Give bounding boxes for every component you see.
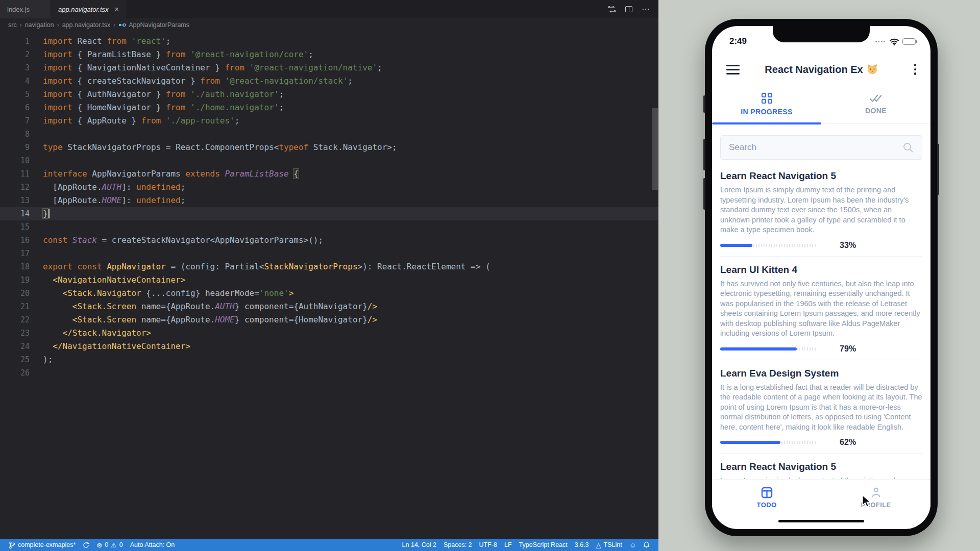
phone-notch <box>773 26 870 42</box>
close-icon[interactable]: × <box>115 5 119 13</box>
progress-track <box>720 441 817 444</box>
auto-attach-label: Auto Attach: On <box>130 541 175 548</box>
overflow-menu-icon[interactable] <box>914 64 917 75</box>
vscode-window: index.js app.navigator.tsx × ⋯ src›navig… <box>0 0 658 551</box>
bottom-tab-profile[interactable]: PROFILE <box>821 480 930 516</box>
indentation-item[interactable]: Spaces: 2 <box>440 541 476 548</box>
code-line-17: 17 <box>0 247 658 260</box>
progress-percent: 33% <box>840 241 856 250</box>
code-line-5: 5import { AuthNavigator } from './auth.n… <box>0 88 658 101</box>
task-card[interactable]: Learn UI Kitten 4It has survived not onl… <box>720 257 922 360</box>
git-branch-icon <box>9 541 15 549</box>
code-line-21: 21 <Stack.Screen name={AppRoute.AUTH} co… <box>0 300 658 313</box>
task-description: Lorem Ipsum is simply dummy text of the … <box>720 185 922 235</box>
tab-app-navigator-tsx[interactable]: app.navigator.tsx × <box>51 0 126 18</box>
code-line-26: 26 <box>0 366 658 380</box>
line-number: 26 <box>0 366 30 380</box>
ts-version: 3.6.3 <box>575 541 589 548</box>
code-editor[interactable]: 1import React from 'react';2import { Par… <box>0 32 658 539</box>
line-number: 1 <box>0 35 30 48</box>
auto-attach-item[interactable]: Auto Attach: On <box>127 541 179 548</box>
task-card[interactable]: Learn Eva Design SystemIt is a long esta… <box>720 360 922 454</box>
breadcrumb-separator: › <box>113 21 115 29</box>
bottom-tab-todo[interactable]: TODO <box>712 480 821 516</box>
line-number: 13 <box>0 194 30 207</box>
scrollbar-thumb[interactable] <box>652 108 658 190</box>
task-card[interactable]: Learn React Navigation 5Lorem Ipsum is s… <box>720 454 922 479</box>
tab-label: index.js <box>7 6 30 13</box>
code-line-11: 11interface AppNavigatorParams extends P… <box>0 167 658 181</box>
warning-count: 0 <box>119 541 123 548</box>
progress-percent: 79% <box>840 344 856 354</box>
task-title: Learn Eva Design System <box>720 368 922 379</box>
home-area <box>712 516 930 529</box>
sync-item[interactable] <box>79 542 93 548</box>
code-text: import { AppRoute } from './app-routes'; <box>43 114 239 128</box>
encoding-item[interactable]: UTF-8 <box>476 541 501 548</box>
status-bar-left: complete-exmaples* ⊗ 0 ⚠ 0 Auto Attach: … <box>5 541 178 549</box>
code-text: import { AuthNavigator } from './auth.na… <box>43 88 284 101</box>
breadcrumb-item[interactable]: navigation <box>25 21 54 29</box>
smiley-icon: ☺ <box>629 542 636 548</box>
code-text: interface AppNavigatorParams extends Par… <box>43 167 299 181</box>
app-title: React Navigation Ex <box>712 64 930 76</box>
git-branch-item[interactable]: complete-exmaples* <box>5 541 79 549</box>
feedback-item[interactable]: ☺ <box>626 542 640 548</box>
tslint-label: TSLint <box>604 541 622 548</box>
tab-index-js[interactable]: index.js <box>0 0 51 18</box>
tab-label: IN PROGRESS <box>741 108 793 116</box>
code-line-12: 12 [AppRoute.AUTH]: undefined; <box>0 181 658 194</box>
encoding: UTF-8 <box>479 541 497 548</box>
line-number: 24 <box>0 340 30 353</box>
wifi-icon <box>889 38 899 45</box>
task-card[interactable]: Learn React Navigation 5Lorem Ipsum is s… <box>720 163 922 257</box>
code-line-20: 20 <Stack.Navigator {...config} headerMo… <box>0 287 658 300</box>
problems-item[interactable]: ⊗ 0 ⚠ 0 <box>93 541 126 548</box>
layout-icon <box>761 487 773 498</box>
errors-icon: ⊗ <box>96 542 102 548</box>
editor-scrollbar[interactable] <box>651 32 658 539</box>
line-number: 15 <box>0 220 30 234</box>
phone-screen: 2:49 React Navigation Ex IN PROG <box>712 26 930 529</box>
line-number: 14 <box>0 207 30 220</box>
breadcrumb-item[interactable]: src <box>8 21 17 29</box>
line-number: 25 <box>0 353 30 366</box>
double-check-icon <box>869 94 883 103</box>
task-title: Learn React Navigation 5 <box>720 461 922 472</box>
line-number: 23 <box>0 327 30 340</box>
code-text: type StackNavigatorProps = React.Compone… <box>43 141 397 154</box>
tab-done[interactable]: DONE <box>821 85 930 123</box>
desktop-background: 2:49 React Navigation Ex IN PROG <box>658 0 980 551</box>
search-input[interactable]: Search <box>720 135 922 160</box>
eol-item[interactable]: LF <box>501 541 516 548</box>
breadcrumb-item[interactable]: app.navigator.tsx <box>62 21 111 29</box>
progress-track <box>720 244 817 247</box>
code-text: <Stack.Screen name={AppRoute.AUTH} compo… <box>43 300 377 313</box>
open-changes-icon[interactable] <box>608 6 616 13</box>
line-number: 8 <box>0 128 30 141</box>
search-icon[interactable] <box>902 142 914 153</box>
grid-icon <box>762 93 772 104</box>
progress-fill <box>720 244 752 247</box>
app-title-text: React Navigation Ex <box>765 64 863 76</box>
tab-in-progress[interactable]: IN PROGRESS <box>712 85 821 123</box>
split-editor-icon[interactable] <box>625 6 632 12</box>
ts-version-item[interactable]: 3.6.3 <box>571 541 593 548</box>
cursor-position-item[interactable]: Ln 14, Col 2 <box>399 541 440 548</box>
line-number: 17 <box>0 247 30 260</box>
breadcrumb-symbol[interactable]: AppNavigatorParams <box>118 21 189 29</box>
code-line-24: 24 </NavigationNativeContainer> <box>0 340 658 353</box>
line-number: 9 <box>0 141 30 154</box>
more-actions-icon[interactable]: ⋯ <box>642 7 650 12</box>
code-line-2: 2import { ParamListBase } from '@react-n… <box>0 48 658 61</box>
code-line-7: 7import { AppRoute } from './app-routes'… <box>0 114 658 128</box>
task-description: It is a long established fact that a rea… <box>720 383 922 433</box>
tslint-item[interactable]: △ TSLint <box>593 541 626 548</box>
task-title: Learn UI Kitten 4 <box>720 264 922 276</box>
warnings-icon: ⚠ <box>111 542 117 548</box>
breadcrumb-separator: › <box>20 21 22 29</box>
progress-track <box>720 347 817 350</box>
code-line-3: 3import { NavigationNativeContainer } fr… <box>0 61 658 74</box>
notifications-item[interactable] <box>640 541 653 548</box>
language-mode-item[interactable]: TypeScript React <box>516 541 571 548</box>
